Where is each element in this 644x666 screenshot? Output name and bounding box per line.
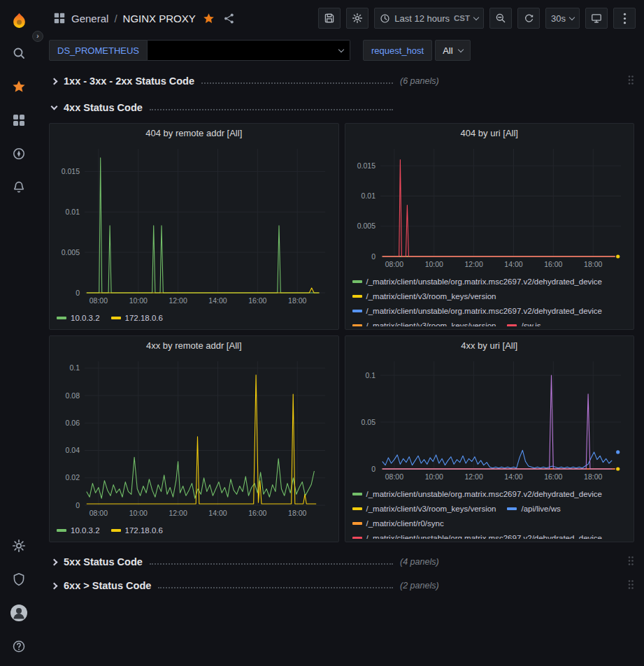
- legend-row: /_matrix/client/v3/room_keys/version: [352, 289, 629, 303]
- sidebar-item-alerting[interactable]: [3, 171, 34, 204]
- timeseries-chart[interactable]: 00.050.108:0010:0012:0014:0016:0018:00: [348, 354, 631, 484]
- refresh-button[interactable]: [517, 8, 540, 29]
- row-dotted-fill: [150, 559, 393, 565]
- dashboard-settings-button[interactable]: [346, 8, 368, 29]
- svg-text:0.02: 0.02: [66, 473, 80, 482]
- gear-icon: [352, 13, 363, 24]
- panel-404-by-remote-addr: 404 by remote addr [All] 00.0050.010.015…: [49, 123, 339, 330]
- panel-title[interactable]: 4xx by uri [All]: [345, 336, 634, 354]
- row-title: 5xx Status Code: [64, 556, 143, 567]
- shield-icon: [12, 572, 26, 586]
- legend-series-swatch: [352, 537, 362, 540]
- legend-item[interactable]: /_matrix/client/r0/sync: [352, 519, 444, 528]
- panel-title[interactable]: 4xx by remote addr [All]: [50, 336, 338, 354]
- row-title: 1xx - 3xx - 2xx Status Code: [64, 75, 194, 87]
- save-dashboard-button[interactable]: [318, 8, 341, 29]
- row-dotted-fill: [158, 583, 393, 588]
- timeseries-chart[interactable]: 00.020.040.060.080.108:0010:0012:0014:00…: [52, 354, 335, 521]
- legend-item[interactable]: /api/live/ws: [507, 505, 560, 513]
- legend-series-swatch: [352, 522, 362, 525]
- legend-item[interactable]: /_matrix/client/v3/room_keys/version: [352, 292, 496, 301]
- sidebar-expand-button[interactable]: ›: [32, 31, 43, 42]
- timeseries-chart[interactable]: 00.0050.010.01508:0010:0012:0014:0016:00…: [348, 142, 631, 272]
- sidebar-item-help[interactable]: [3, 630, 34, 663]
- row-toggle[interactable]: 6xx > Status Code: [49, 580, 393, 591]
- row-drag-handle[interactable]: [627, 556, 634, 569]
- row-6xx[interactable]: 6xx > Status Code (2 panels): [49, 576, 634, 595]
- legend-series-swatch: [111, 529, 121, 532]
- svg-text:14:00: 14:00: [209, 509, 227, 517]
- svg-text:18:00: 18:00: [288, 509, 306, 517]
- row-panel-count: (2 panels): [400, 581, 439, 591]
- timeseries-chart[interactable]: 00.0050.010.01508:0010:0012:0014:0016:00…: [52, 142, 335, 308]
- zoom-out-button[interactable]: [489, 8, 512, 29]
- panel-title[interactable]: 404 by uri [All]: [345, 124, 634, 142]
- panel-grid: 404 by remote addr [All] 00.0050.010.015…: [49, 123, 634, 542]
- row-dotted-fill: [201, 78, 393, 84]
- favorite-star-icon[interactable]: [203, 13, 215, 24]
- panel-title[interactable]: 404 by remote addr [All]: [50, 124, 338, 142]
- refresh-interval-label: 30s: [551, 13, 566, 24]
- legend-series-swatch: [352, 507, 362, 510]
- svg-text:0.08: 0.08: [66, 391, 80, 400]
- sidebar-item-starred[interactable]: [3, 70, 34, 103]
- legend-item[interactable]: /_matrix/client/unstable/org.matrix.msc2…: [352, 490, 603, 498]
- share-icon[interactable]: [223, 13, 235, 24]
- chevron-down-icon: [457, 46, 463, 52]
- legend-item[interactable]: 172.18.0.6: [111, 314, 163, 322]
- row-toggle[interactable]: 1xx - 3xx - 2xx Status Code: [49, 75, 393, 87]
- legend-series-label: 10.0.3.2: [71, 314, 100, 322]
- request-host-dropdown[interactable]: All: [435, 40, 470, 61]
- legend-series-label: 172.18.0.6: [125, 314, 163, 322]
- kebab-menu-button[interactable]: [613, 8, 636, 29]
- svg-text:12:00: 12:00: [464, 472, 482, 481]
- sidebar-item-profile[interactable]: [3, 596, 34, 630]
- sidebar-item-explore[interactable]: [3, 137, 34, 171]
- legend-item[interactable]: 10.0.3.2: [57, 526, 100, 535]
- row-1xx-3xx-2xx[interactable]: 1xx - 3xx - 2xx Status Code (6 panels): [49, 71, 634, 91]
- grafana-logo[interactable]: [3, 6, 34, 36]
- legend-series-swatch: [352, 310, 362, 312]
- dashboard-squares-icon[interactable]: [53, 12, 66, 24]
- svg-text:0: 0: [76, 501, 80, 509]
- sidebar-item-server-admin[interactable]: [3, 563, 34, 596]
- chevron-right-icon: [51, 582, 58, 589]
- svg-text:16:00: 16:00: [248, 296, 266, 305]
- row-drag-handle[interactable]: [627, 75, 634, 88]
- request-host-label: request_host: [363, 40, 432, 61]
- svg-text:0.04: 0.04: [66, 446, 80, 454]
- svg-text:0.1: 0.1: [70, 363, 80, 372]
- svg-text:10:00: 10:00: [129, 296, 148, 305]
- refresh-interval-dropdown[interactable]: 30s: [545, 8, 580, 29]
- svg-text:18:00: 18:00: [584, 260, 602, 268]
- row-4xx[interactable]: 4xx Status Code: [49, 98, 634, 117]
- sidebar-item-search[interactable]: [3, 36, 34, 70]
- time-range-picker[interactable]: Last 12 hours CST: [374, 8, 484, 29]
- breadcrumb-folder[interactable]: General: [71, 13, 108, 24]
- drag-dots-icon: [627, 75, 634, 85]
- datasource-value-dropdown[interactable]: [148, 40, 350, 61]
- row-toggle[interactable]: 5xx Status Code: [49, 556, 393, 567]
- legend-item[interactable]: /_matrix/client/unstable/org.matrix.msc2…: [352, 534, 603, 540]
- legend-series-label: 172.18.0.6: [125, 526, 163, 535]
- save-icon: [324, 13, 335, 24]
- svg-text:16:00: 16:00: [544, 472, 562, 481]
- svg-text:10:00: 10:00: [424, 260, 443, 268]
- legend-item[interactable]: /_matrix/client/v3/room_keys/version: [352, 321, 496, 327]
- cycle-view-button[interactable]: [585, 8, 608, 29]
- grafana-app: › General / NGINX PROXY: [0, 0, 644, 666]
- legend-item[interactable]: 172.18.0.6: [111, 526, 163, 535]
- svg-text:0.01: 0.01: [361, 191, 375, 200]
- row-drag-handle[interactable]: [627, 579, 634, 593]
- row-toggle[interactable]: 4xx Status Code: [49, 102, 393, 113]
- legend-row: /_matrix/client/unstable/org.matrix.msc2…: [352, 303, 629, 318]
- legend-item[interactable]: 10.0.3.2: [57, 314, 100, 322]
- legend-item[interactable]: /_matrix/client/v3/room_keys/version: [352, 505, 496, 513]
- legend-item[interactable]: /_matrix/client/unstable/org.matrix.msc2…: [352, 277, 603, 286]
- sidebar-item-configuration[interactable]: [3, 529, 34, 563]
- chevron-down-icon: [569, 14, 575, 20]
- legend-item[interactable]: /sw.js: [507, 321, 541, 327]
- sidebar-item-dashboards[interactable]: [3, 103, 34, 137]
- legend-item[interactable]: /_matrix/client/unstable/org.matrix.msc2…: [352, 307, 603, 315]
- row-5xx[interactable]: 5xx Status Code (4 panels): [49, 552, 634, 572]
